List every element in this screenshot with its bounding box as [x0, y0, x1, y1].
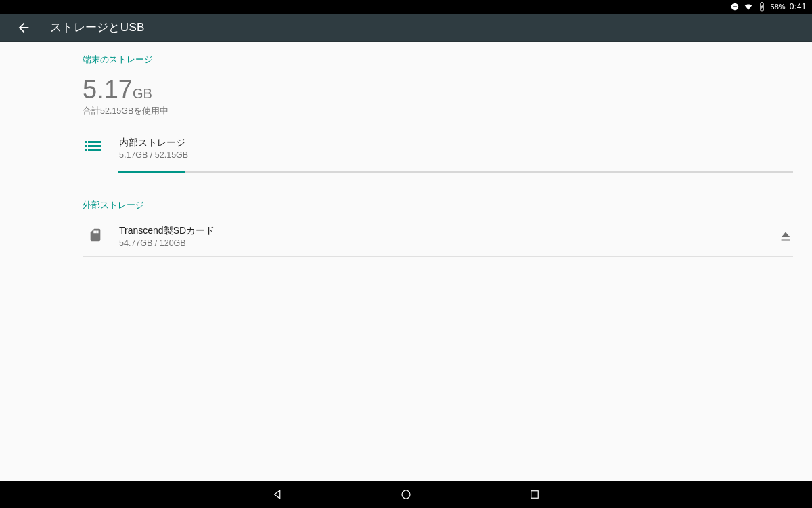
divider — [83, 256, 793, 257]
used-storage-value: 5.17GB — [83, 75, 812, 104]
wifi-icon — [744, 2, 753, 12]
storage-bars-icon — [88, 141, 104, 151]
svg-rect-1 — [733, 6, 737, 7]
eject-icon — [778, 229, 793, 244]
nav-back-button[interactable] — [271, 488, 284, 501]
storage-summary: 5.17GB 合計52.15GBを使用中 — [0, 71, 812, 127]
internal-storage-name: 内部ストレージ — [119, 137, 188, 149]
back-button[interactable] — [16, 20, 31, 35]
svg-point-2 — [402, 490, 410, 499]
nav-recent-button[interactable] — [528, 488, 541, 501]
navigation-bar — [0, 481, 812, 508]
sd-card-icon — [88, 228, 104, 244]
arrow-left-icon — [16, 20, 31, 35]
sd-card-name: Transcend製SDカード — [119, 225, 778, 237]
status-bar: 58% 0:41 — [0, 0, 812, 14]
internal-storage-icon — [88, 141, 104, 157]
used-unit: GB — [133, 86, 152, 101]
dnd-icon — [730, 2, 740, 12]
section-header-external: 外部ストレージ — [0, 188, 812, 217]
sd-card-detail: 54.77GB / 120GB — [119, 238, 778, 248]
triangle-back-icon — [271, 488, 284, 501]
battery-percent: 58% — [771, 3, 786, 11]
external-sd-row[interactable]: Transcend製SDカード 54.77GB / 120GB — [0, 217, 812, 256]
internal-storage-detail: 5.17GB / 52.15GB — [119, 150, 188, 160]
square-recent-icon — [528, 488, 541, 501]
svg-rect-3 — [531, 491, 539, 499]
battery-icon — [757, 2, 767, 12]
circle-home-icon — [400, 488, 412, 501]
page-title: ストレージとUSB — [50, 20, 145, 35]
content: 端末のストレージ 5.17GB 合計52.15GBを使用中 内部ストレージ 5.… — [0, 42, 812, 257]
internal-storage-row[interactable]: 内部ストレージ 5.17GB / 52.15GB — [0, 127, 812, 167]
eject-button[interactable] — [778, 229, 793, 244]
used-storage-sub: 合計52.15GBを使用中 — [83, 106, 812, 117]
used-number: 5.17 — [83, 75, 133, 104]
internal-storage-progress-fill — [118, 171, 185, 173]
internal-storage-progress — [118, 171, 793, 173]
status-clock: 0:41 — [790, 2, 807, 12]
section-header-device: 端末のストレージ — [0, 42, 812, 71]
app-bar: ストレージとUSB — [0, 14, 812, 42]
nav-home-button[interactable] — [399, 488, 413, 501]
